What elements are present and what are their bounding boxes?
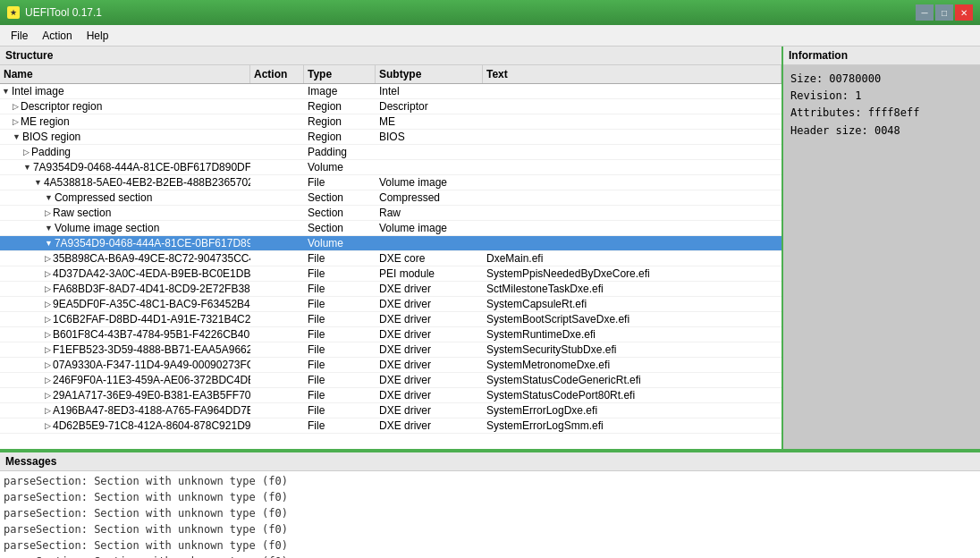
row-action	[250, 282, 304, 296]
table-row[interactable]: ▷4D62B5E9-71C8-412A-8604-878C921D9AD1Fil…	[0, 418, 781, 434]
row-subtype: DXE driver	[376, 373, 483, 387]
expand-icon[interactable]: ▷	[45, 406, 51, 415]
row-text	[483, 84, 781, 98]
row-subtype: Compressed	[376, 190, 483, 205]
table-row[interactable]: ▷1C6B2FAF-D8BD-44D1-A91E-7321B4C2F3D1Fil…	[0, 312, 781, 327]
table-row[interactable]: ▼Volume image sectionSectionVolume image	[0, 221, 781, 236]
expand-icon[interactable]: ▷	[45, 315, 51, 324]
message-line: parseSection: Section with unknown type …	[4, 537, 976, 554]
expand-icon[interactable]: ▷	[23, 148, 30, 156]
menu-help[interactable]: Help	[80, 28, 116, 44]
expand-icon[interactable]: ▷	[45, 376, 51, 385]
table-row[interactable]: ▼Compressed sectionSectionCompressed	[0, 190, 781, 206]
row-name: ▷4D62B5E9-71C8-412A-8604-878C921D9AD1	[0, 418, 250, 433]
info-line: Attributes: ffff8eff	[790, 105, 973, 122]
expand-icon[interactable]: ▷	[45, 254, 51, 263]
row-subtype: DXE driver	[376, 327, 483, 342]
table-row[interactable]: ▷246F9F0A-11E3-459A-AE06-372BDC4DE806Fil…	[0, 373, 781, 388]
maximize-button[interactable]: □	[935, 4, 953, 21]
collapse-icon[interactable]: ▼	[45, 224, 53, 232]
table-row[interactable]: ▷Descriptor regionRegionDescriptor	[0, 99, 781, 114]
expand-icon[interactable]: ▷	[45, 300, 51, 309]
table-row[interactable]: ▷A196BA47-8ED3-4188-A765-FA964DD7ED7AFil…	[0, 403, 781, 418]
row-subtype: Descriptor	[376, 99, 483, 114]
row-name: ▼7A9354D9-0468-444A-81CE-0BF617D890DF	[0, 160, 250, 174]
row-subtype: BIOS	[376, 130, 483, 144]
close-button[interactable]: ✕	[955, 4, 973, 21]
menu-action[interactable]: Action	[35, 28, 79, 44]
table-row[interactable]: ▼BIOS regionRegionBIOS	[0, 130, 781, 145]
expand-icon[interactable]: ▷	[45, 208, 51, 217]
row-type: Volume	[304, 160, 376, 174]
table-row[interactable]: ▷F1EFB523-3D59-4888-BB71-EAA5A96628FAFil…	[0, 342, 781, 358]
table-row[interactable]: ▷Raw sectionSectionRaw	[0, 206, 781, 221]
info-line: Header size: 0048	[790, 123, 973, 140]
collapse-icon[interactable]: ▼	[34, 178, 42, 187]
expand-icon[interactable]: ▷	[45, 360, 51, 369]
row-text	[483, 160, 781, 174]
collapse-icon[interactable]: ▼	[23, 163, 31, 172]
row-type: File	[304, 342, 376, 357]
title-bar-left: ★ UEFITool 0.17.1	[7, 6, 102, 19]
messages-body[interactable]: parseSection: Section with unknown type …	[0, 471, 980, 558]
table-body[interactable]: ▼Intel imageImageIntel▷Descriptor region…	[0, 84, 781, 449]
expand-icon[interactable]: ▷	[13, 117, 19, 126]
expand-icon[interactable]: ▷	[45, 330, 51, 339]
expand-icon[interactable]: ▷	[45, 269, 51, 278]
expand-icon[interactable]: ▷	[45, 391, 51, 400]
expand-icon[interactable]: ▷	[45, 421, 51, 430]
collapse-icon[interactable]: ▼	[2, 87, 10, 96]
collapse-icon[interactable]: ▼	[45, 193, 53, 202]
message-line: parseSection: Section with unknown type …	[4, 521, 976, 537]
row-action	[250, 403, 304, 418]
row-subtype: Intel	[376, 84, 483, 98]
expand-icon[interactable]: ▷	[45, 345, 51, 354]
collapse-icon[interactable]: ▼	[13, 132, 21, 141]
row-text: SystemMetronomeDxe.efi	[483, 358, 781, 372]
table-row[interactable]: ▼7A9354D9-0468-444A-81CE-0BF617D890DFVol…	[0, 160, 781, 175]
row-name: ▷Raw section	[0, 206, 250, 220]
table-row[interactable]: ▷FA68BD3F-8AD7-4D41-8CD9-2E72FB387AD7Fil…	[0, 282, 781, 297]
row-text: SystemStatusCodePort80Rt.efi	[483, 388, 781, 402]
row-text	[483, 114, 781, 129]
row-type: Padding	[304, 145, 376, 159]
table-row[interactable]: ▼7A9354D9-0468-444A-81CE-0BF617D890DFVol…	[0, 236, 781, 251]
table-row[interactable]: ▷4D37DA42-3A0C-4EDA-B9EB-BC0E1DB4713BFil…	[0, 266, 781, 282]
table-row[interactable]: ▷35B898CA-B6A9-49CE-8C72-904735CC49B7Fil…	[0, 251, 781, 266]
row-type: File	[304, 403, 376, 418]
minimize-button[interactable]: ─	[916, 4, 934, 21]
expand-icon[interactable]: ▷	[13, 102, 19, 111]
table-row[interactable]: ▷9EA5DF0F-A35C-48C1-BAC9-F63452B47C3EFil…	[0, 297, 781, 312]
table-row[interactable]: ▼Intel imageImageIntel	[0, 84, 781, 99]
table-row[interactable]: ▷PaddingPadding	[0, 145, 781, 160]
row-subtype: Volume image	[376, 175, 483, 190]
row-name: ▷FA68BD3F-8AD7-4D41-8CD9-2E72FB387AD7	[0, 282, 250, 296]
row-name: ▼4A538818-5AE0-4EB2-B2EB-488B23657022	[0, 175, 250, 190]
expand-icon[interactable]: ▷	[45, 284, 51, 293]
row-text	[483, 221, 781, 235]
row-subtype: PEI module	[376, 266, 483, 281]
message-line: parseSection: Section with unknown type …	[4, 554, 976, 558]
row-name: ▼BIOS region	[0, 130, 250, 144]
menu-file[interactable]: File	[4, 28, 35, 44]
row-type: Section	[304, 221, 376, 235]
row-action	[250, 312, 304, 326]
row-name: ▼7A9354D9-0468-444A-81CE-0BF617D890DF	[0, 236, 250, 250]
row-text: SystemRuntimeDxe.efi	[483, 327, 781, 342]
row-action	[250, 327, 304, 342]
row-type: Volume	[304, 236, 376, 250]
table-row[interactable]: ▷29A1A717-36E9-49E0-B381-EA3B5FF70942Fil…	[0, 388, 781, 403]
table-row[interactable]: ▷B601F8C4-43B7-4784-95B1-F4226CB40CEEFil…	[0, 327, 781, 342]
info-line: Size: 00780000	[790, 71, 973, 88]
table-row[interactable]: ▼4A538818-5AE0-4EB2-B2EB-488B23657022Fil…	[0, 175, 781, 190]
table-row[interactable]: ▷ME regionRegionME	[0, 114, 781, 130]
row-type: File	[304, 175, 376, 190]
main-content: Structure Name Action Type Subtype Text …	[0, 46, 980, 558]
row-type: File	[304, 358, 376, 372]
info-panel: Information Size: 00780000Revision: 1Att…	[783, 46, 980, 449]
table-row[interactable]: ▷07A9330A-F347-11D4-9A49-00090273FC14DFi…	[0, 358, 781, 373]
collapse-icon[interactable]: ▼	[45, 239, 53, 248]
row-text: DxeMain.efi	[483, 251, 781, 266]
row-name: ▷35B898CA-B6A9-49CE-8C72-904735CC49B7	[0, 251, 250, 266]
row-action	[250, 114, 304, 129]
